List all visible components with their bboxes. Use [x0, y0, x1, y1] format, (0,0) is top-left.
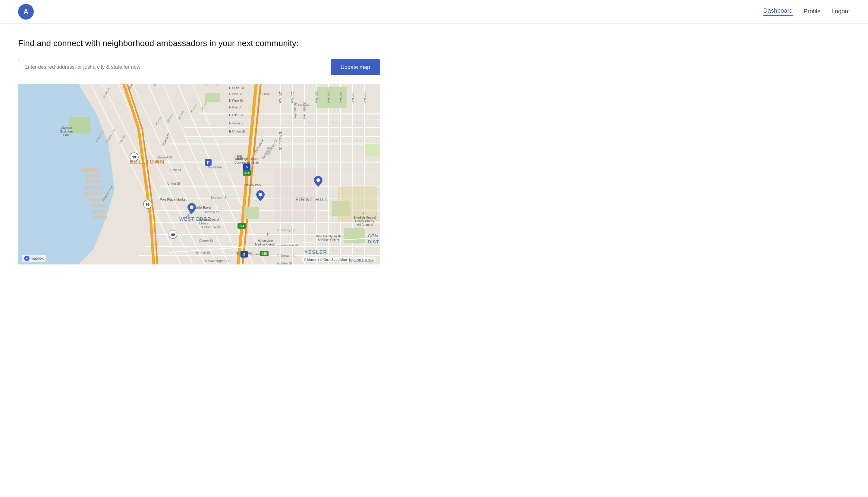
- svg-text:+: +: [362, 211, 365, 216]
- svg-rect-46: [344, 228, 365, 243]
- update-map-button[interactable]: Update map: [331, 59, 380, 75]
- svg-text:E Olive St: E Olive St: [229, 86, 244, 90]
- svg-text:+: +: [266, 232, 269, 237]
- svg-rect-6: [84, 192, 102, 195]
- svg-text:Pike Place Market: Pike Place Market: [160, 198, 186, 201]
- svg-rect-5: [83, 186, 102, 189]
- svg-text:E Union St: E Union St: [229, 122, 243, 125]
- svg-text:165: 165: [262, 252, 267, 255]
- app-logo: A: [18, 4, 34, 19]
- svg-text:YESLER: YESLER: [304, 250, 327, 255]
- svg-text:13th Ave: 13th Ave: [327, 91, 330, 103]
- svg-text:Seattle Central: Seattle Central: [199, 218, 219, 222]
- navbar: A Dashboard Profile Logout: [0, 0, 868, 24]
- svg-rect-10: [94, 216, 107, 219]
- svg-text:Services Center: Services Center: [318, 238, 339, 242]
- nav-dashboard[interactable]: Dashboard: [763, 7, 793, 16]
- svg-text:17th Ave: 17th Ave: [363, 91, 366, 103]
- svg-text:BELLTOWN: BELLTOWN: [130, 159, 165, 165]
- svg-text:99: 99: [146, 203, 150, 206]
- svg-text:E Terrace St: E Terrace St: [277, 254, 295, 257]
- nav-logout[interactable]: Logout: [831, 8, 850, 16]
- svg-text:E Pike St: E Pike St: [229, 106, 241, 109]
- page-headline: Find and connect with neighborhood ambas…: [18, 39, 850, 48]
- svg-rect-9: [92, 210, 107, 213]
- svg-text:Pioneer Square: Pioneer Square: [237, 252, 260, 256]
- svg-point-161: [26, 258, 27, 259]
- svg-text:E Madison St: E Madison St: [279, 132, 282, 150]
- svg-text:Westlake: Westlake: [208, 165, 222, 169]
- svg-text:E Pine St: E Pine St: [229, 93, 242, 96]
- svg-rect-47: [244, 207, 259, 219]
- search-row: Update map: [18, 59, 380, 75]
- svg-text:Marion St: Marion St: [205, 210, 219, 214]
- map-container: E Olive St E Pine St E Pine St E Pike St…: [18, 84, 380, 265]
- svg-text:E Cherry St: E Cherry St: [277, 228, 294, 232]
- nav-links: Dashboard Profile Logout: [763, 7, 850, 16]
- svg-text:Swedish Medical: Swedish Medical: [353, 216, 376, 219]
- svg-text:Marion St: Marion St: [196, 251, 210, 255]
- svg-text:14th Ave: 14th Ave: [339, 91, 342, 103]
- svg-rect-43: [205, 93, 220, 102]
- svg-text:Freeway Park: Freeway Park: [243, 183, 262, 187]
- svg-text:Union St: Union St: [167, 182, 180, 185]
- svg-rect-4: [86, 180, 102, 183]
- svg-rect-49: [274, 168, 317, 222]
- svg-text:Sculpture: Sculpture: [60, 130, 73, 133]
- svg-text:12th Ave: 12th Ave: [315, 91, 318, 103]
- map-pin-1[interactable]: [187, 203, 196, 214]
- svg-point-158: [258, 193, 262, 196]
- svg-text:10th Ave: 10th Ave: [279, 91, 282, 103]
- svg-point-159: [317, 178, 320, 182]
- svg-text:S Washington St: S Washington St: [205, 259, 230, 262]
- svg-rect-45: [365, 144, 380, 156]
- svg-text:165B: 165B: [243, 171, 250, 175]
- svg-text:E Union St: E Union St: [229, 129, 245, 133]
- svg-text:E Madison: E Madison: [295, 104, 309, 107]
- svg-text:Center Cherry: Center Cherry: [355, 219, 374, 223]
- svg-text:99: 99: [171, 233, 175, 237]
- svg-text:Park: Park: [63, 133, 70, 137]
- svg-text:15th Ave: 15th Ave: [351, 91, 354, 103]
- svg-text:King County Youth: King County Youth: [316, 235, 341, 238]
- svg-text:E Pine St: E Pine St: [229, 99, 243, 102]
- svg-rect-3: [84, 174, 99, 178]
- map-svg: E Olive St E Pine St E Pine St E Pike St…: [18, 84, 380, 265]
- svg-text:FIRST HILL: FIRST HILL: [295, 197, 329, 202]
- svg-rect-2: [81, 168, 99, 172]
- svg-text:Madison St: Madison St: [211, 196, 227, 199]
- svg-text:Pine St: Pine St: [170, 168, 181, 172]
- svg-text:11th Ave: 11th Ave: [291, 91, 294, 103]
- svg-text:Library: Library: [199, 222, 208, 225]
- improve-map-link[interactable]: Improve this map: [349, 258, 374, 261]
- nav-profile[interactable]: Profile: [803, 8, 821, 16]
- svg-text:Columbia St: Columbia St: [202, 225, 220, 229]
- svg-text:Olympic: Olympic: [61, 126, 72, 129]
- svg-text:Washington State: Washington State: [235, 157, 258, 160]
- svg-text:Convention Center: Convention Center: [235, 161, 260, 164]
- svg-text:E Pike St: E Pike St: [229, 113, 243, 117]
- svg-text:Hill Campus: Hill Campus: [356, 223, 373, 227]
- map-pin-3[interactable]: [314, 176, 322, 187]
- svg-text:Medical Center: Medical Center: [255, 243, 276, 246]
- svg-text:DIST: DIST: [368, 239, 379, 244]
- svg-text:P: P: [207, 160, 209, 165]
- svg-text:E Alder St: E Alder St: [277, 261, 292, 265]
- map-attribution: © Mapbox © OpenStreetMap Improve this ma…: [302, 257, 376, 262]
- svg-text:Cherry St: Cherry St: [199, 239, 213, 242]
- address-search-input[interactable]: [18, 59, 331, 75]
- svg-text:E Olive: E Olive: [259, 92, 270, 96]
- svg-text:5: 5: [246, 165, 248, 169]
- main-content: Find and connect with neighborhood ambas…: [0, 24, 868, 265]
- svg-text:Harborview: Harborview: [258, 239, 273, 242]
- svg-text:CEN: CEN: [368, 233, 378, 238]
- svg-point-157: [190, 205, 194, 209]
- map-pin-2[interactable]: [256, 190, 265, 201]
- svg-rect-8: [90, 204, 106, 207]
- svg-text:164: 164: [239, 224, 244, 228]
- mapbox-logo-text: mapbox: [31, 256, 44, 260]
- mapbox-logo: mapbox: [22, 255, 46, 262]
